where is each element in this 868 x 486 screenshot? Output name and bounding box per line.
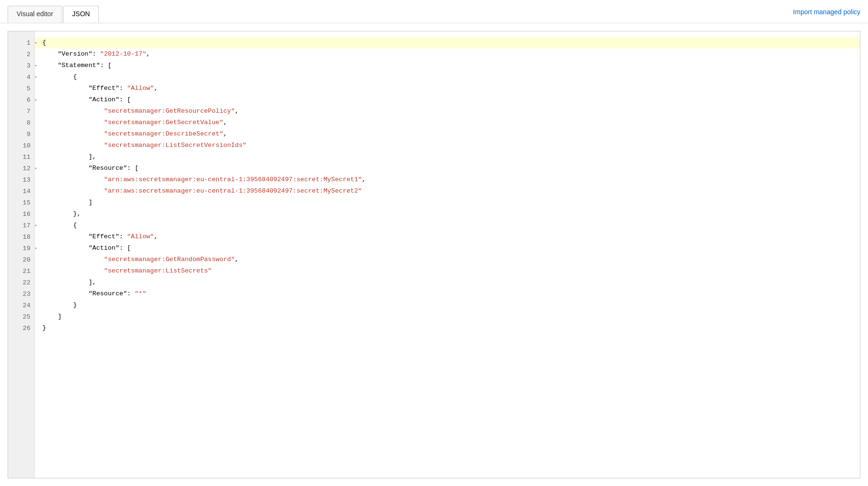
- line-number-8: 8: [8, 117, 34, 128]
- fold-arrow-4[interactable]: ▾: [35, 75, 37, 80]
- tabs: Visual editor JSON: [8, 6, 100, 23]
- code-line-16: },: [35, 208, 860, 220]
- tab-bar: Visual editor JSON Import managed policy: [0, 0, 868, 23]
- code-line-13: "arn:aws:secretsmanager:eu-central-1:395…: [35, 174, 860, 185]
- code-line-18: "Effect": "Allow",: [35, 231, 860, 243]
- line-number-23: 23: [8, 288, 34, 300]
- code-line-9: "secretsmanager:DescribeSecret",: [35, 128, 860, 140]
- line-number-9: 9: [8, 128, 34, 140]
- code-line-23: "Resource": "*": [35, 288, 860, 300]
- fold-arrow-3[interactable]: ▾: [35, 63, 37, 68]
- code-line-4: {: [35, 71, 860, 83]
- code-line-14: "arn:aws:secretsmanager:eu-central-1:395…: [35, 185, 860, 197]
- line-number-21: 21: [8, 265, 34, 277]
- code-line-26: }: [35, 322, 860, 334]
- line-number-16: 16: [8, 208, 34, 220]
- code-line-12: "Resource": [: [35, 163, 860, 174]
- line-number-1: 1▾: [8, 37, 34, 49]
- code-line-2: "Version": "2012-10-17",: [35, 49, 860, 60]
- tab-visual-editor[interactable]: Visual editor: [8, 6, 62, 23]
- editor-container: 1▾23▾4▾56▾789101112▾1314151617▾1819▾2021…: [8, 31, 860, 478]
- line-number-22: 22: [8, 277, 34, 288]
- code-content[interactable]: { "Version": "2012-10-17", "Statement": …: [35, 31, 860, 478]
- code-line-20: "secretsmanager:GetRandomPassword",: [35, 254, 860, 265]
- fold-arrow-12[interactable]: ▾: [35, 166, 37, 171]
- line-number-5: 5: [8, 83, 34, 94]
- line-number-26: 26: [8, 322, 34, 334]
- code-line-25: ]: [35, 311, 860, 322]
- page-wrapper: Visual editor JSON Import managed policy…: [0, 0, 868, 486]
- tab-json[interactable]: JSON: [63, 6, 99, 23]
- code-line-3: "Statement": [: [35, 60, 860, 71]
- line-number-2: 2: [8, 49, 34, 60]
- line-number-17: 17▾: [8, 220, 34, 231]
- fold-arrow-17[interactable]: ▾: [35, 223, 37, 228]
- fold-arrow-6[interactable]: ▾: [35, 97, 37, 103]
- code-line-21: "secretsmanager:ListSecrets": [35, 265, 860, 277]
- line-number-18: 18: [8, 231, 34, 243]
- line-number-24: 24: [8, 300, 34, 311]
- code-line-19: "Action": [: [35, 243, 860, 254]
- fold-arrow-19[interactable]: ▾: [35, 246, 37, 251]
- line-number-10: 10: [8, 140, 34, 151]
- import-managed-policy-link[interactable]: Import managed policy: [793, 8, 860, 20]
- code-line-6: "Action": [: [35, 94, 860, 106]
- line-number-7: 7: [8, 106, 34, 117]
- line-number-4: 4▾: [8, 71, 34, 83]
- line-number-6: 6▾: [8, 94, 34, 106]
- line-numbers: 1▾23▾4▾56▾789101112▾1314151617▾1819▾2021…: [8, 31, 35, 478]
- code-line-8: "secretsmanager:GetSecretValue",: [35, 117, 860, 128]
- code-line-5: "Effect": "Allow",: [35, 83, 860, 94]
- line-number-20: 20: [8, 254, 34, 265]
- code-line-22: ],: [35, 277, 860, 288]
- line-number-3: 3▾: [8, 60, 34, 71]
- line-number-19: 19▾: [8, 243, 34, 254]
- code-line-15: ]: [35, 197, 860, 208]
- line-number-12: 12▾: [8, 163, 34, 174]
- line-number-25: 25: [8, 311, 34, 322]
- code-line-24: }: [35, 300, 860, 311]
- line-number-11: 11: [8, 151, 34, 163]
- code-line-17: {: [35, 220, 860, 231]
- code-line-1: {: [35, 37, 860, 49]
- line-number-13: 13: [8, 174, 34, 185]
- line-number-14: 14: [8, 185, 34, 197]
- code-line-11: ],: [35, 151, 860, 163]
- code-line-10: "secretsmanager:ListSecretVersionIds": [35, 140, 860, 151]
- code-line-7: "secretsmanager:GetResourcePolicy",: [35, 106, 860, 117]
- line-number-15: 15: [8, 197, 34, 208]
- fold-arrow-1[interactable]: ▾: [35, 40, 37, 46]
